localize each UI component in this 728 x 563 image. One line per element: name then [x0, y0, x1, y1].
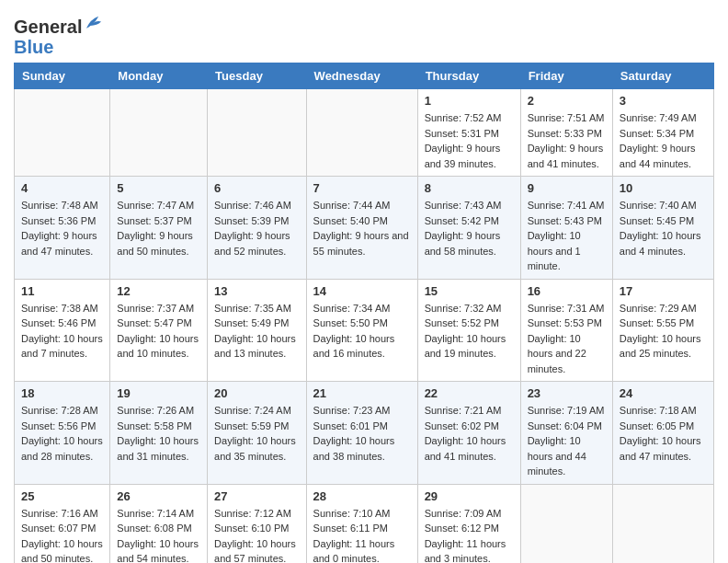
- calendar-cell: 1Sunrise: 7:52 AMSunset: 5:31 PMDaylight…: [417, 89, 520, 177]
- header: General Blue: [14, 9, 714, 57]
- calendar-cell: 26Sunrise: 7:14 AMSunset: 6:08 PMDayligh…: [110, 484, 208, 563]
- calendar-cell: 5Sunrise: 7:47 AMSunset: 5:37 PMDaylight…: [110, 177, 208, 280]
- sun-info: Sunrise: 7:48 AMSunset: 5:36 PMDaylight:…: [21, 198, 103, 259]
- day-number: 6: [214, 181, 300, 195]
- sun-info: Sunrise: 7:32 AMSunset: 5:52 PMDaylight:…: [425, 301, 514, 362]
- sun-info: Sunrise: 7:29 AMSunset: 5:55 PMDaylight:…: [620, 301, 707, 362]
- week-row-3: 11Sunrise: 7:38 AMSunset: 5:46 PMDayligh…: [15, 279, 714, 382]
- sun-info: Sunrise: 7:49 AMSunset: 5:34 PMDaylight:…: [620, 110, 707, 171]
- calendar-cell: 15Sunrise: 7:32 AMSunset: 5:52 PMDayligh…: [417, 279, 520, 382]
- sun-info: Sunrise: 7:24 AMSunset: 5:59 PMDaylight:…: [214, 403, 300, 464]
- week-row-4: 18Sunrise: 7:28 AMSunset: 5:56 PMDayligh…: [15, 382, 714, 485]
- week-row-1: 1Sunrise: 7:52 AMSunset: 5:31 PMDaylight…: [15, 89, 714, 177]
- day-number: 18: [21, 386, 103, 400]
- day-number: 28: [313, 489, 411, 503]
- sun-info: Sunrise: 7:26 AMSunset: 5:58 PMDaylight:…: [117, 403, 200, 464]
- calendar-cell: 16Sunrise: 7:31 AMSunset: 5:53 PMDayligh…: [520, 279, 612, 382]
- calendar-cell: 25Sunrise: 7:16 AMSunset: 6:07 PMDayligh…: [15, 484, 110, 563]
- calendar-cell: 19Sunrise: 7:26 AMSunset: 5:58 PMDayligh…: [110, 382, 208, 485]
- calendar-cell: 21Sunrise: 7:23 AMSunset: 6:01 PMDayligh…: [306, 382, 417, 485]
- week-row-5: 25Sunrise: 7:16 AMSunset: 6:07 PMDayligh…: [15, 484, 714, 563]
- calendar-cell: [110, 89, 208, 177]
- calendar-cell: 6Sunrise: 7:46 AMSunset: 5:39 PMDaylight…: [208, 177, 307, 280]
- logo-general-text: General: [14, 17, 82, 37]
- day-number: 23: [528, 386, 606, 400]
- calendar-cell: 8Sunrise: 7:43 AMSunset: 5:42 PMDaylight…: [417, 177, 520, 280]
- sun-info: Sunrise: 7:35 AMSunset: 5:49 PMDaylight:…: [214, 301, 300, 362]
- calendar-cell: 23Sunrise: 7:19 AMSunset: 6:04 PMDayligh…: [520, 382, 612, 485]
- calendar-cell: 22Sunrise: 7:21 AMSunset: 6:02 PMDayligh…: [417, 382, 520, 485]
- calendar-cell: 24Sunrise: 7:18 AMSunset: 6:05 PMDayligh…: [612, 382, 713, 485]
- week-row-2: 4Sunrise: 7:48 AMSunset: 5:36 PMDaylight…: [15, 177, 714, 280]
- day-number: 16: [528, 284, 606, 298]
- calendar-cell: 12Sunrise: 7:37 AMSunset: 5:47 PMDayligh…: [110, 279, 208, 382]
- day-number: 7: [313, 181, 411, 195]
- sun-info: Sunrise: 7:38 AMSunset: 5:46 PMDaylight:…: [21, 301, 103, 362]
- calendar-cell: 2Sunrise: 7:51 AMSunset: 5:33 PMDaylight…: [520, 89, 612, 177]
- calendar-cell: 11Sunrise: 7:38 AMSunset: 5:46 PMDayligh…: [15, 279, 110, 382]
- calendar-cell: 3Sunrise: 7:49 AMSunset: 5:34 PMDaylight…: [612, 89, 713, 177]
- calendar-cell: [306, 89, 417, 177]
- header-friday: Friday: [520, 63, 612, 89]
- header-thursday: Thursday: [417, 63, 520, 89]
- day-number: 21: [313, 386, 411, 400]
- sun-info: Sunrise: 7:28 AMSunset: 5:56 PMDaylight:…: [21, 403, 103, 464]
- calendar-cell: [15, 89, 110, 177]
- calendar-cell: 17Sunrise: 7:29 AMSunset: 5:55 PMDayligh…: [612, 279, 713, 382]
- sun-info: Sunrise: 7:34 AMSunset: 5:50 PMDaylight:…: [313, 301, 411, 362]
- calendar-cell: 18Sunrise: 7:28 AMSunset: 5:56 PMDayligh…: [15, 382, 110, 485]
- day-number: 10: [620, 181, 707, 195]
- day-number: 17: [620, 284, 707, 298]
- day-number: 27: [214, 489, 300, 503]
- calendar-cell: [520, 484, 612, 563]
- sun-info: Sunrise: 7:52 AMSunset: 5:31 PMDaylight:…: [425, 110, 514, 171]
- day-number: 24: [620, 386, 707, 400]
- sun-info: Sunrise: 7:40 AMSunset: 5:45 PMDaylight:…: [620, 198, 707, 259]
- day-number: 3: [620, 94, 707, 108]
- sun-info: Sunrise: 7:12 AMSunset: 6:10 PMDaylight:…: [214, 506, 300, 564]
- calendar-cell: 7Sunrise: 7:44 AMSunset: 5:40 PMDaylight…: [306, 177, 417, 280]
- calendar-cell: 9Sunrise: 7:41 AMSunset: 5:43 PMDaylight…: [520, 177, 612, 280]
- logo-bird-icon: [84, 13, 104, 33]
- day-number: 13: [214, 284, 300, 298]
- calendar-cell: 27Sunrise: 7:12 AMSunset: 6:10 PMDayligh…: [208, 484, 307, 563]
- sun-info: Sunrise: 7:44 AMSunset: 5:40 PMDaylight:…: [313, 198, 411, 259]
- day-number: 2: [528, 94, 606, 108]
- sun-info: Sunrise: 7:21 AMSunset: 6:02 PMDaylight:…: [425, 403, 514, 464]
- sun-info: Sunrise: 7:31 AMSunset: 5:53 PMDaylight:…: [528, 301, 606, 377]
- header-wednesday: Wednesday: [306, 63, 417, 89]
- sun-info: Sunrise: 7:43 AMSunset: 5:42 PMDaylight:…: [425, 198, 514, 259]
- calendar-cell: 13Sunrise: 7:35 AMSunset: 5:49 PMDayligh…: [208, 279, 307, 382]
- calendar-cell: [612, 484, 713, 563]
- logo: General Blue: [14, 15, 104, 57]
- sun-info: Sunrise: 7:47 AMSunset: 5:37 PMDaylight:…: [117, 198, 200, 259]
- calendar-cell: [208, 89, 307, 177]
- sun-info: Sunrise: 7:51 AMSunset: 5:33 PMDaylight:…: [528, 110, 606, 171]
- day-number: 4: [21, 181, 103, 195]
- day-number: 1: [425, 94, 514, 108]
- logo-blue-text: Blue: [14, 37, 53, 57]
- header-saturday: Saturday: [612, 63, 713, 89]
- sun-info: Sunrise: 7:37 AMSunset: 5:47 PMDaylight:…: [117, 301, 200, 362]
- days-header-row: SundayMondayTuesdayWednesdayThursdayFrid…: [15, 63, 714, 89]
- sun-info: Sunrise: 7:16 AMSunset: 6:07 PMDaylight:…: [21, 506, 103, 564]
- calendar-cell: 14Sunrise: 7:34 AMSunset: 5:50 PMDayligh…: [306, 279, 417, 382]
- sun-info: Sunrise: 7:14 AMSunset: 6:08 PMDaylight:…: [117, 506, 200, 564]
- sun-info: Sunrise: 7:09 AMSunset: 6:12 PMDaylight:…: [425, 506, 514, 564]
- sun-info: Sunrise: 7:46 AMSunset: 5:39 PMDaylight:…: [214, 198, 300, 259]
- day-number: 9: [528, 181, 606, 195]
- day-number: 14: [313, 284, 411, 298]
- header-monday: Monday: [110, 63, 208, 89]
- sun-info: Sunrise: 7:23 AMSunset: 6:01 PMDaylight:…: [313, 403, 411, 464]
- header-sunday: Sunday: [15, 63, 110, 89]
- calendar-cell: 10Sunrise: 7:40 AMSunset: 5:45 PMDayligh…: [612, 177, 713, 280]
- day-number: 5: [117, 181, 200, 195]
- sun-info: Sunrise: 7:18 AMSunset: 6:05 PMDaylight:…: [620, 403, 707, 464]
- day-number: 25: [21, 489, 103, 503]
- day-number: 8: [425, 181, 514, 195]
- calendar-cell: 28Sunrise: 7:10 AMSunset: 6:11 PMDayligh…: [306, 484, 417, 563]
- day-number: 19: [117, 386, 200, 400]
- day-number: 15: [425, 284, 514, 298]
- header-tuesday: Tuesday: [208, 63, 307, 89]
- day-number: 12: [117, 284, 200, 298]
